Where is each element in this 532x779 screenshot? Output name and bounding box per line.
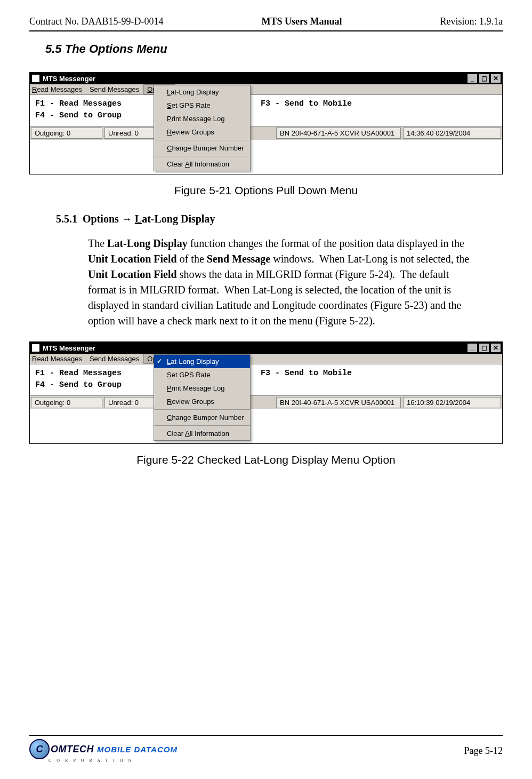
menu-item-label: Lat-Long Display [167,88,219,96]
menu-item-clear-all-information[interactable]: Clear All Information [154,157,250,171]
options-dropdown: Lat-Long DisplaySet GPS RatePrint Messag… [154,85,251,171]
app-icon [32,344,39,352]
screenshot-1: MTS Messenger _ ▢ ✕ Read Messages Send M… [29,72,503,174]
menu-separator [154,140,250,140]
menu-item-change-bumper-number[interactable]: Change Bumper Number [154,411,250,424]
menu-item-lat-long-display[interactable]: ✓Lat-Long Display [154,355,250,368]
options-dropdown: ✓Lat-Long DisplaySet GPS RatePrint Messa… [154,354,251,441]
logo-subtext: MOBILE DATACOM [97,745,178,754]
logo-corporation: C O R P O R A T I O N [49,758,178,763]
maximize-icon[interactable]: ▢ [479,74,489,83]
menu-item-label: Set GPS Rate [167,101,211,109]
screenshot-2: MTS Messenger _ ▢ ✕ Read Messages Send M… [29,341,503,444]
logo: C OMTECH MOBILE DATACOM C O R P O R A T … [29,739,178,763]
maximize-icon[interactable]: ▢ [479,343,489,353]
window-titlebar: MTS Messenger _ ▢ ✕ [30,73,502,84]
menu-item-lat-long-display[interactable]: Lat-Long Display [154,85,250,99]
status-outgoing: Outgoing: 0 [31,397,102,408]
menu-item-clear-all-information[interactable]: Clear All Information [154,427,250,440]
window-titlebar: MTS Messenger _ ▢ ✕ [30,342,502,354]
menu-item-label: Set GPS Rate [167,371,211,379]
header-left: Contract No. DAAB15-99-D-0014 [29,16,163,27]
section-heading: 5.5 The Options Menu [45,42,503,56]
content-area: F1 - Read Messages l Station F3 - Send t… [30,364,502,395]
window-title: MTS Messenger [43,344,95,352]
menu-read-messages[interactable]: Read Messages [32,355,82,363]
status-outgoing: Outgoing: 0 [31,128,102,139]
app-icon [32,75,39,82]
header-rule [29,30,503,31]
page-number: Page 5-12 [464,745,503,757]
menu-item-set-gps-rate[interactable]: Set GPS Rate [154,368,250,381]
menu-item-review-groups[interactable]: Review Groups [154,395,250,408]
menu-separator [154,409,250,410]
page-header: Contract No. DAAB15-99-D-0014 MTS Users … [29,16,503,30]
menu-item-label: Review Groups [167,128,214,136]
paragraph-1: The Lat-Long Display function changes th… [88,236,471,329]
menu-send-messages[interactable]: Send Messages [90,85,139,93]
logo-text: OMTECH [51,744,94,755]
statusbar: Outgoing: 0 Unread: 0 BN 20I-40-671-A-5 … [30,126,502,140]
menu-separator [154,156,250,156]
check-icon: ✓ [157,357,162,365]
figure-2-caption: Figure 5-22 Checked Lat-Long Display Men… [29,454,503,466]
page-footer: C OMTECH MOBILE DATACOM C O R P O R A T … [29,735,503,763]
close-icon[interactable]: ✕ [490,74,501,83]
menu-item-label: Change Bumper Number [167,144,244,152]
menu-item-print-message-log[interactable]: Print Message Log [154,112,250,125]
menubar: Read Messages Send Messages Options Cont… [30,354,502,364]
status-time: 16:10:39 02/19/2004 [403,397,501,408]
menu-read-messages[interactable]: Read Messages [32,85,82,93]
menu-item-set-gps-rate[interactable]: Set GPS Rate [154,99,250,112]
figure-1-caption: Figure 5-21 Options Pull Down Menu [29,184,503,197]
status-info: BN 20I-40-671-A-5 XCVR USA00001 [276,397,401,408]
header-right: Revision: 1.9.1a [440,16,503,27]
logo-c-icon: C [29,739,50,759]
menu-send-messages[interactable]: Send Messages [90,355,139,363]
menu-item-label: Change Bumper Number [167,414,244,422]
menu-separator [154,425,250,426]
header-center: MTS Users Manual [261,16,342,27]
menu-item-label: Lat-Long Display [167,357,219,365]
minimize-icon[interactable]: _ [467,343,478,353]
status-info: BN 20I-40-671-A-5 XCVR USA00001 [276,128,401,139]
menubar: Read Messages Send Messages Options Cont… [30,84,502,95]
menu-item-print-message-log[interactable]: Print Message Log [154,381,250,395]
menu-item-label: Clear All Information [167,430,229,438]
menu-item-label: Clear All Information [167,160,229,168]
menu-item-label: Print Message Log [167,115,224,123]
menu-item-review-groups[interactable]: Review Groups [154,125,250,139]
status-time: 14:36:40 02/19/2004 [403,128,501,139]
content-area: F1 - Read Messages l Station F3 - Send t… [30,95,502,126]
menu-item-change-bumper-number[interactable]: Change Bumper Number [154,141,250,155]
subsection-heading: 5.5.1 Options → Lat-Long Display [56,213,503,225]
minimize-icon[interactable]: _ [467,74,478,83]
statusbar: Outgoing: 0 Unread: 0 BN 20I-40-671-A-5 … [30,395,502,409]
close-icon[interactable]: ✕ [490,343,501,353]
menu-item-label: Review Groups [167,398,214,406]
window-title: MTS Messenger [43,75,95,83]
menu-item-label: Print Message Log [167,384,224,392]
